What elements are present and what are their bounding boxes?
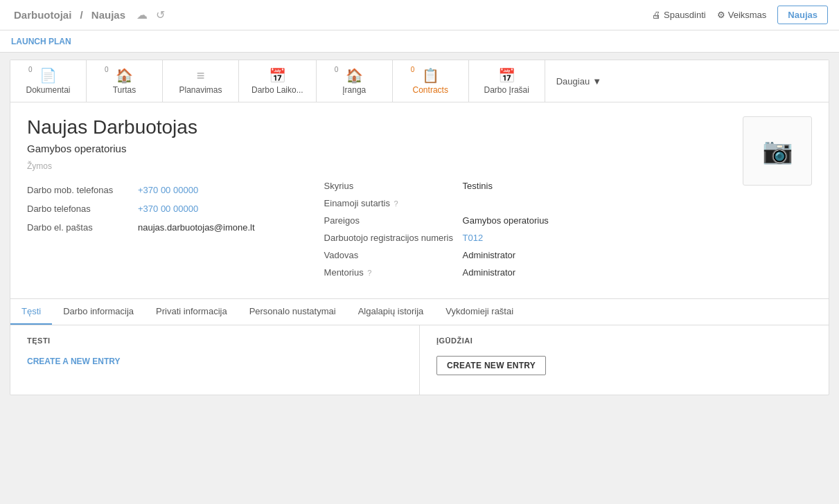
employee-name: Naujas Darbuotojas <box>27 116 729 138</box>
contract-help-icon[interactable]: ? <box>394 199 398 208</box>
tab-turtas-label: Turtas <box>113 85 136 95</box>
info-columns: Darbo mob. telefonas +370 00 00000 Darbo… <box>27 181 729 285</box>
daugiau-label: Daugiau <box>556 76 590 87</box>
reg-number-row: Darbuotojo registracijos numeris T012 <box>324 233 549 243</box>
testi-create-entry[interactable]: CREATE A NEW ENTRY <box>27 357 120 366</box>
tab-turtas-count: 0 <box>105 66 109 73</box>
mobile-field-row: Darbo mob. telefonas +370 00 00000 <box>27 181 255 199</box>
tab-dokumentai-label: Dokumentai <box>26 85 70 95</box>
left-fields: Darbo mob. telefonas +370 00 00000 Darbo… <box>27 181 255 285</box>
tab-iranga[interactable]: 0 🏠 Įranga <box>317 60 393 102</box>
right-fields: Skyrius Testinis Einamoji sutartis ? Par… <box>297 181 549 285</box>
position-row: Pareigos Gamybos operatorius <box>324 215 549 226</box>
phone-label: Darbo telefonas <box>27 204 138 214</box>
mentor-help-icon[interactable]: ? <box>367 269 371 277</box>
breadcrumb-part1[interactable]: Darbuotojai <box>14 9 71 21</box>
tab-darbo-laiko-label: Darbo Laiko... <box>251 85 303 95</box>
tab-dokumentai[interactable]: 0 📄 Dokumentai <box>10 60 87 102</box>
breadcrumb-part2: Naujas <box>91 9 125 21</box>
tab-planavimas-label: Planavimas <box>179 85 222 95</box>
top-bar: Darbuotojai / Naujas ☁ ↺ 🖨 Spausdinti ⚙ … <box>0 0 839 30</box>
action-button[interactable]: ⚙ Veiksmas <box>717 10 767 20</box>
mentor-label: Mentorius ? <box>324 267 463 278</box>
email-label: Darbo el. paštas <box>27 222 138 233</box>
tab-darbo-irasai[interactable]: 📅 Darbo Įrašai <box>469 60 545 102</box>
tab-contracts-label: Contracts <box>413 85 448 95</box>
department-row: Skyrius Testinis <box>324 181 549 191</box>
mentor-value: Administrator <box>463 267 516 278</box>
chevron-down-icon: ▼ <box>592 76 601 87</box>
igūdziai-section: ĮGŪDŽIAI CREATE NEW ENTRY <box>420 325 829 395</box>
email-value[interactable]: naujas.darbuotojas@imone.lt <box>138 222 255 233</box>
mentor-row: Mentorius ? Administrator <box>324 267 549 278</box>
tab-planavimas[interactable]: ≡ Planavimas <box>163 60 239 102</box>
breadcrumb: Darbuotojai / Naujas <box>11 9 128 21</box>
tab-daugiau[interactable]: Daugiau ▼ <box>545 60 612 102</box>
launch-plan-link[interactable]: LAUNCH PLAN <box>11 37 71 46</box>
manager-value: Administrator <box>463 250 516 260</box>
phone-field-row: Darbo telefonas +370 00 00000 <box>27 199 255 218</box>
top-bar-left: Darbuotojai / Naujas ☁ ↺ <box>11 8 165 21</box>
top-bar-right: 🖨 Spausdinti ⚙ Veiksmas Naujas <box>652 6 828 24</box>
tab-contracts-count: 0 <box>411 66 415 73</box>
reg-number-value[interactable]: T012 <box>463 233 484 243</box>
employee-role: Gamybos operatorius <box>27 143 729 154</box>
tab-dokumentai-count: 0 <box>28 66 33 73</box>
tags-label: Žymos <box>27 161 729 171</box>
bottom-sections: TĘSTI CREATE A NEW ENTRY ĮGŪDŽIAI CREATE… <box>10 325 829 395</box>
sub-tab-privati[interactable]: Privati informacija <box>145 299 238 325</box>
main-wrapper: 0 📄 Dokumentai 0 🏠 Turtas ≡ Planavimas 📅… <box>0 53 839 402</box>
manager-label: Vadovas <box>324 250 463 260</box>
tab-contracts[interactable]: 0 📋 Contracts <box>393 60 469 102</box>
mobile-label: Darbo mob. telefonas <box>27 185 138 195</box>
planavimas-icon: ≡ <box>197 68 205 84</box>
sub-tab-algalapiu[interactable]: Algalapių istorija <box>347 299 435 325</box>
photo-upload[interactable]: 📷 <box>743 116 812 186</box>
sub-tab-vykdomieji[interactable]: Vykdomieji raštai <box>434 299 524 325</box>
sub-tab-personalo[interactable]: Personalo nustatymai <box>238 299 347 325</box>
contracts-icon: 📋 <box>422 67 439 84</box>
position-label: Pareigos <box>324 215 463 226</box>
print-button[interactable]: 🖨 Spausdinti <box>652 10 706 20</box>
iranga-icon: 🏠 <box>346 67 363 84</box>
printer-icon: 🖨 <box>652 10 661 20</box>
tab-darbo-laiko[interactable]: 📅 Darbo Laiko... <box>239 60 317 102</box>
sub-tab-darbo-info[interactable]: Darbo informacija <box>52 299 145 325</box>
tab-darbo-irasai-label: Darbo Įrašai <box>484 85 529 95</box>
email-field-row: Darbo el. paštas naujas.darbuotojas@imon… <box>27 218 255 237</box>
tab-turtas[interactable]: 0 🏠 Turtas <box>87 60 163 102</box>
sub-tabs: Tęsti Darbo informacija Privati informac… <box>10 298 829 325</box>
tab-iranga-count: 0 <box>335 66 339 73</box>
darbo-irasai-icon: 📅 <box>498 67 515 84</box>
breadcrumb-separator: / <box>80 9 83 21</box>
cloud-icon[interactable]: ☁ <box>136 8 148 21</box>
refresh-icon[interactable]: ↺ <box>156 8 165 21</box>
document-icon: 📄 <box>39 67 57 84</box>
phone-value[interactable]: +370 00 00000 <box>138 204 198 214</box>
contract-row: Einamoji sutartis ? <box>324 198 549 208</box>
igūdziai-section-title: ĮGŪDŽIAI <box>436 336 812 345</box>
sub-tab-testi[interactable]: Tęsti <box>10 299 52 325</box>
calendar-icon: 📅 <box>269 67 286 84</box>
gear-icon: ⚙ <box>717 10 725 20</box>
tabs-row: 0 📄 Dokumentai 0 🏠 Turtas ≡ Planavimas 📅… <box>10 60 829 102</box>
contract-label: Einamoji sutartis ? <box>324 198 463 208</box>
launch-bar: LAUNCH PLAN <box>0 30 839 53</box>
reg-number-label: Darbuotojo registracijos numeris <box>324 233 463 243</box>
department-label: Skyrius <box>324 181 463 191</box>
testi-section: TĘSTI CREATE A NEW ENTRY <box>10 325 420 395</box>
new-button[interactable]: Naujas <box>777 6 828 24</box>
employee-area: Naujas Darbuotojas Gamybos operatorius Ž… <box>10 102 829 298</box>
tab-iranga-label: Įranga <box>342 85 366 95</box>
igūdziai-create-entry[interactable]: CREATE NEW ENTRY <box>436 356 546 375</box>
turtas-icon: 🏠 <box>116 67 133 84</box>
content-card: 0 📄 Dokumentai 0 🏠 Turtas ≡ Planavimas 📅… <box>10 60 829 395</box>
camera-icon: 📷 <box>762 136 793 165</box>
employee-info: Naujas Darbuotojas Gamybos operatorius Ž… <box>27 116 729 285</box>
position-value: Gamybos operatorius <box>463 215 549 226</box>
mobile-value[interactable]: +370 00 00000 <box>138 185 198 195</box>
manager-row: Vadovas Administrator <box>324 250 549 260</box>
testi-section-title: TĘSTI <box>27 336 403 345</box>
department-value: Testinis <box>463 181 493 191</box>
